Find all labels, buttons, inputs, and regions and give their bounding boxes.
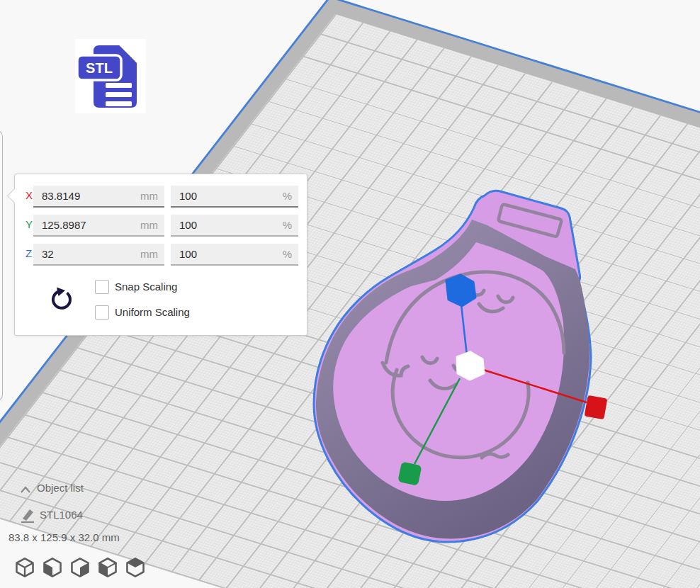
gizmo-y-scale-handle[interactable] [397,461,422,485]
reset-icon [49,286,74,312]
uniform-scaling-label: Uniform Scaling [115,306,190,318]
z-size-unit: mm [140,248,158,260]
stl-line-1 [106,83,132,88]
edit-pencil-icon [19,506,36,527]
z-size-field: mm [33,244,164,266]
scale-tool-panel: X mm % Y mm % Z mm [14,174,307,336]
stl-line-2 [106,92,132,97]
stl-line-3 [106,101,132,106]
viewport: STL X mm % Y mm [0,0,700,588]
gizmo-x-scale-handle[interactable] [585,395,608,419]
model-dimensions-label: 83.8 x 125.9 x 32.0 mm [9,531,120,543]
uniform-scaling-checkbox[interactable] [95,305,109,320]
x-size-unit: mm [140,190,158,202]
object-list-header[interactable]: Object list [37,482,84,494]
y-size-field: mm [33,215,164,237]
gizmo-z-scale-handle[interactable] [446,275,475,306]
x-percent-unit: % [283,190,292,202]
object-list-collapse-button[interactable] [19,485,32,497]
z-percent-field: % [171,244,298,266]
snap-scaling-label: Snap Scaling [115,281,177,293]
view-front-icon[interactable] [42,557,63,578]
chevron-up-icon [19,485,32,494]
y-percent-field: % [171,215,298,237]
z-percent-unit: % [283,248,292,260]
camera-view-presets [14,557,146,578]
y-size-unit: mm [140,219,158,231]
x-percent-input[interactable] [171,186,298,206]
view-top-icon[interactable] [69,557,91,578]
reset-scale-button[interactable] [49,286,74,312]
x-size-field: mm [33,186,164,208]
toolbar-panel-edge [0,130,3,402]
y-percent-unit: % [283,219,292,231]
object-list-item[interactable]: STL1064 [40,509,83,521]
view-right-icon[interactable] [125,557,146,578]
stl-file-icon: STL [75,39,146,113]
view-left-icon[interactable] [97,557,118,578]
snap-scaling-checkbox[interactable] [95,280,109,294]
z-percent-input[interactable] [171,244,298,264]
stl-badge-label: STL [86,60,113,76]
x-percent-field: % [171,186,298,208]
y-percent-input[interactable] [171,215,298,235]
view-3d-icon[interactable] [14,557,35,578]
